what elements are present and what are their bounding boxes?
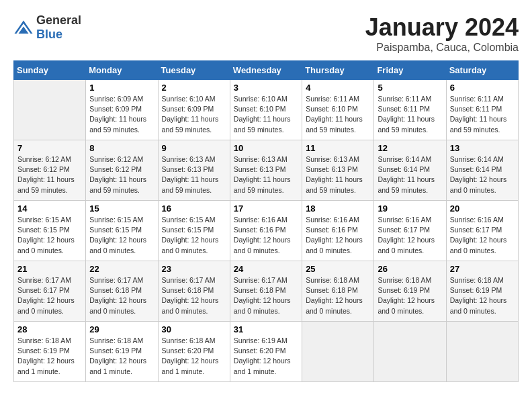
week-row-4: 21Sunrise: 6:17 AM Sunset: 6:17 PM Dayli… xyxy=(14,261,519,322)
day-info: Sunrise: 6:18 AM Sunset: 6:19 PM Dayligh… xyxy=(89,336,154,377)
week-row-5: 28Sunrise: 6:18 AM Sunset: 6:19 PM Dayli… xyxy=(14,322,519,382)
calendar-cell: 14Sunrise: 6:15 AM Sunset: 6:15 PM Dayli… xyxy=(14,201,86,261)
day-header-thursday: Thursday xyxy=(302,61,374,80)
calendar-cell xyxy=(446,322,518,382)
calendar-cell: 17Sunrise: 6:16 AM Sunset: 6:16 PM Dayli… xyxy=(230,201,302,261)
day-header-wednesday: Wednesday xyxy=(230,61,302,80)
day-number: 24 xyxy=(234,264,298,274)
title-block: January 2024 Paispamba, Cauca, Colombia xyxy=(365,13,519,54)
day-info: Sunrise: 6:16 AM Sunset: 6:17 PM Dayligh… xyxy=(450,215,515,256)
day-info: Sunrise: 6:16 AM Sunset: 6:16 PM Dayligh… xyxy=(234,215,298,256)
day-number: 16 xyxy=(162,203,226,214)
calendar-cell: 25Sunrise: 6:18 AM Sunset: 6:18 PM Dayli… xyxy=(302,261,374,322)
day-info: Sunrise: 6:15 AM Sunset: 6:15 PM Dayligh… xyxy=(17,215,82,256)
logo: General Blue xyxy=(13,13,81,42)
calendar-cell: 28Sunrise: 6:18 AM Sunset: 6:19 PM Dayli… xyxy=(14,322,86,382)
days-of-week-row: SundayMondayTuesdayWednesdayThursdayFrid… xyxy=(14,61,519,80)
day-number: 15 xyxy=(89,203,154,214)
day-number: 5 xyxy=(378,83,442,93)
day-number: 7 xyxy=(17,143,82,153)
day-info: Sunrise: 6:11 AM Sunset: 6:11 PM Dayligh… xyxy=(450,94,515,135)
day-info: Sunrise: 6:17 AM Sunset: 6:18 PM Dayligh… xyxy=(89,275,154,316)
calendar-cell: 31Sunrise: 6:19 AM Sunset: 6:20 PM Dayli… xyxy=(230,322,302,382)
day-number: 26 xyxy=(378,264,442,274)
day-number: 14 xyxy=(17,203,82,214)
day-number: 3 xyxy=(234,83,298,93)
calendar-cell: 20Sunrise: 6:16 AM Sunset: 6:17 PM Dayli… xyxy=(446,201,518,261)
day-number: 13 xyxy=(450,143,515,153)
day-number: 30 xyxy=(162,324,226,334)
calendar-cell: 18Sunrise: 6:16 AM Sunset: 6:16 PM Dayli… xyxy=(302,201,374,261)
calendar-cell: 11Sunrise: 6:13 AM Sunset: 6:13 PM Dayli… xyxy=(302,140,374,201)
calendar-cell: 12Sunrise: 6:14 AM Sunset: 6:14 PM Dayli… xyxy=(374,140,446,201)
day-info: Sunrise: 6:10 AM Sunset: 6:09 PM Dayligh… xyxy=(162,94,226,135)
day-info: Sunrise: 6:14 AM Sunset: 6:14 PM Dayligh… xyxy=(378,154,442,195)
day-number: 17 xyxy=(234,203,298,214)
day-number: 4 xyxy=(306,83,370,93)
day-info: Sunrise: 6:17 AM Sunset: 6:18 PM Dayligh… xyxy=(234,275,298,316)
day-info: Sunrise: 6:18 AM Sunset: 6:19 PM Dayligh… xyxy=(17,336,82,377)
day-info: Sunrise: 6:17 AM Sunset: 6:18 PM Dayligh… xyxy=(162,275,226,316)
day-number: 12 xyxy=(378,143,442,153)
day-number: 23 xyxy=(162,264,226,274)
calendar-cell: 9Sunrise: 6:13 AM Sunset: 6:13 PM Daylig… xyxy=(158,140,230,201)
calendar-cell xyxy=(302,322,374,382)
day-info: Sunrise: 6:18 AM Sunset: 6:18 PM Dayligh… xyxy=(306,275,370,316)
day-info: Sunrise: 6:17 AM Sunset: 6:17 PM Dayligh… xyxy=(17,275,82,316)
calendar-table: SundayMondayTuesdayWednesdayThursdayFrid… xyxy=(13,60,519,382)
day-number: 18 xyxy=(306,203,370,214)
day-number: 31 xyxy=(234,324,298,334)
day-header-saturday: Saturday xyxy=(446,61,518,80)
day-info: Sunrise: 6:16 AM Sunset: 6:17 PM Dayligh… xyxy=(378,215,442,256)
day-number: 2 xyxy=(162,83,226,93)
day-info: Sunrise: 6:12 AM Sunset: 6:12 PM Dayligh… xyxy=(17,154,82,195)
day-number: 22 xyxy=(89,264,154,274)
logo-icon xyxy=(13,19,34,36)
calendar-cell: 4Sunrise: 6:11 AM Sunset: 6:10 PM Daylig… xyxy=(302,80,374,140)
day-number: 27 xyxy=(450,264,515,274)
day-info: Sunrise: 6:11 AM Sunset: 6:11 PM Dayligh… xyxy=(378,94,442,135)
calendar-cell xyxy=(14,80,86,140)
day-info: Sunrise: 6:18 AM Sunset: 6:19 PM Dayligh… xyxy=(450,275,515,316)
calendar-cell: 27Sunrise: 6:18 AM Sunset: 6:19 PM Dayli… xyxy=(446,261,518,322)
page-header: General Blue January 2024 Paispamba, Cau… xyxy=(13,13,519,54)
day-number: 25 xyxy=(306,264,370,274)
day-info: Sunrise: 6:12 AM Sunset: 6:12 PM Dayligh… xyxy=(89,154,154,195)
day-info: Sunrise: 6:18 AM Sunset: 6:20 PM Dayligh… xyxy=(162,336,226,377)
calendar-cell: 21Sunrise: 6:17 AM Sunset: 6:17 PM Dayli… xyxy=(14,261,86,322)
week-row-2: 7Sunrise: 6:12 AM Sunset: 6:12 PM Daylig… xyxy=(14,140,519,201)
calendar-cell: 8Sunrise: 6:12 AM Sunset: 6:12 PM Daylig… xyxy=(86,140,158,201)
calendar-cell: 15Sunrise: 6:15 AM Sunset: 6:15 PM Dayli… xyxy=(86,201,158,261)
day-header-friday: Friday xyxy=(374,61,446,80)
calendar-title: January 2024 xyxy=(365,13,519,42)
day-info: Sunrise: 6:14 AM Sunset: 6:14 PM Dayligh… xyxy=(450,154,515,195)
day-header-monday: Monday xyxy=(86,61,158,80)
day-info: Sunrise: 6:13 AM Sunset: 6:13 PM Dayligh… xyxy=(234,154,298,195)
day-number: 19 xyxy=(378,203,442,214)
day-info: Sunrise: 6:13 AM Sunset: 6:13 PM Dayligh… xyxy=(162,154,226,195)
calendar-cell: 29Sunrise: 6:18 AM Sunset: 6:19 PM Dayli… xyxy=(86,322,158,382)
calendar-body: 1Sunrise: 6:09 AM Sunset: 6:09 PM Daylig… xyxy=(14,80,519,382)
day-info: Sunrise: 6:19 AM Sunset: 6:20 PM Dayligh… xyxy=(234,336,298,377)
day-info: Sunrise: 6:13 AM Sunset: 6:13 PM Dayligh… xyxy=(306,154,370,195)
logo-general: General xyxy=(36,13,81,27)
calendar-cell: 7Sunrise: 6:12 AM Sunset: 6:12 PM Daylig… xyxy=(14,140,86,201)
calendar-cell: 1Sunrise: 6:09 AM Sunset: 6:09 PM Daylig… xyxy=(86,80,158,140)
day-info: Sunrise: 6:18 AM Sunset: 6:19 PM Dayligh… xyxy=(378,275,442,316)
day-number: 10 xyxy=(234,143,298,153)
calendar-cell: 24Sunrise: 6:17 AM Sunset: 6:18 PM Dayli… xyxy=(230,261,302,322)
day-number: 28 xyxy=(17,324,82,334)
calendar-cell: 30Sunrise: 6:18 AM Sunset: 6:20 PM Dayli… xyxy=(158,322,230,382)
calendar-cell: 6Sunrise: 6:11 AM Sunset: 6:11 PM Daylig… xyxy=(446,80,518,140)
day-number: 9 xyxy=(162,143,226,153)
day-number: 29 xyxy=(89,324,154,334)
day-number: 11 xyxy=(306,143,370,153)
calendar-cell: 22Sunrise: 6:17 AM Sunset: 6:18 PM Dayli… xyxy=(86,261,158,322)
day-info: Sunrise: 6:15 AM Sunset: 6:15 PM Dayligh… xyxy=(89,215,154,256)
day-header-tuesday: Tuesday xyxy=(158,61,230,80)
day-number: 21 xyxy=(17,264,82,274)
logo-blue: Blue xyxy=(36,28,62,41)
calendar-cell: 5Sunrise: 6:11 AM Sunset: 6:11 PM Daylig… xyxy=(374,80,446,140)
calendar-cell: 10Sunrise: 6:13 AM Sunset: 6:13 PM Dayli… xyxy=(230,140,302,201)
day-info: Sunrise: 6:15 AM Sunset: 6:15 PM Dayligh… xyxy=(162,215,226,256)
